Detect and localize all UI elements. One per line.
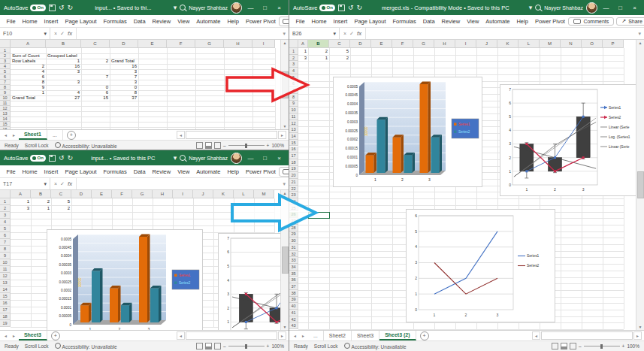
cell-C1[interactable]: 5	[329, 48, 350, 55]
namebox-dropdown-icon[interactable]: ▾	[44, 181, 47, 187]
row-header-31[interactable]: 31	[289, 244, 298, 251]
avatar[interactable]	[231, 153, 242, 164]
menu-item-automate[interactable]: Automate	[193, 168, 224, 175]
horizontal-scrollbar[interactable]	[186, 331, 277, 340]
redo-icon[interactable]: ↻	[356, 5, 362, 11]
row-header-9[interactable]: 9	[289, 101, 298, 107]
row-header-27[interactable]: 27	[289, 218, 298, 225]
row-header-12[interactable]: 12	[289, 120, 298, 127]
cell-B10[interactable]: 27	[46, 95, 81, 101]
cell-A2[interactable]: 3	[11, 205, 31, 212]
cell-B9[interactable]: 4	[46, 90, 81, 95]
row-header-8[interactable]: 8	[0, 85, 11, 90]
add-sheet-button[interactable]: +	[67, 131, 76, 140]
cell-C8[interactable]: 0	[81, 85, 110, 90]
page-break-view-icon[interactable]	[570, 343, 576, 349]
page-layout-view-icon[interactable]	[205, 142, 212, 149]
row-header-7[interactable]: 7	[289, 87, 298, 94]
zoom-in-icon[interactable]: +	[267, 143, 270, 148]
row-header-19[interactable]: 19	[0, 320, 11, 327]
share-button[interactable]: ↗Share	[616, 17, 644, 26]
title-dropdown-icon[interactable]: ▾	[174, 5, 177, 11]
row-header-2[interactable]: 2	[0, 205, 11, 212]
row-header-5[interactable]: 5	[0, 69, 11, 74]
title-dropdown-icon[interactable]: ▾	[174, 155, 177, 162]
row-header-28[interactable]: 28	[289, 225, 298, 231]
column-header-I[interactable]: I	[455, 40, 476, 48]
menu-item-power-pivot[interactable]: Power Pivot	[242, 18, 279, 25]
title-dropdown-icon[interactable]: ▾	[529, 5, 533, 11]
save-icon[interactable]	[49, 155, 56, 162]
scroll-thumb[interactable]	[282, 71, 289, 98]
menu-item-formulas[interactable]: Formulas	[100, 168, 130, 175]
menu-item-home[interactable]: Home	[19, 168, 41, 175]
row-header-9[interactable]: 9	[0, 90, 11, 95]
column-header-B[interactable]: B	[308, 40, 329, 48]
close-button[interactable]: ×	[274, 155, 285, 162]
page-break-view-icon[interactable]	[214, 343, 221, 349]
column-header-G[interactable]: G	[195, 40, 224, 48]
cell-D5[interactable]: 3	[110, 69, 138, 74]
formula-dropdown-icon[interactable]: ▾	[638, 31, 641, 37]
minimize-button[interactable]: —	[600, 5, 612, 11]
row-header-12[interactable]: 12	[0, 106, 11, 111]
maximize-button[interactable]: □	[615, 5, 626, 11]
row-header-18[interactable]: 18	[289, 159, 298, 166]
scroll-thumb[interactable]	[282, 247, 289, 274]
sheet-area[interactable]: ABCDEFGHI12345678910111213141516Sum of C…	[0, 40, 289, 129]
name-box[interactable]: T17▾	[0, 178, 50, 189]
row-header-8[interactable]: 8	[289, 94, 298, 101]
column-header-J[interactable]: J	[193, 190, 213, 198]
row-header-1[interactable]: 1	[0, 48, 11, 53]
menu-item-page-layout[interactable]: Page Layout	[351, 18, 389, 25]
add-sheet-button[interactable]: +	[420, 331, 429, 340]
menu-item-insert[interactable]: Insert	[41, 18, 62, 25]
cell-B4[interactable]: 16	[46, 64, 81, 69]
column-header-E[interactable]: E	[138, 40, 167, 48]
column-header-A[interactable]: A	[11, 190, 31, 198]
insert-function-icon[interactable]: fx	[357, 31, 361, 36]
tab-nav-left-icon[interactable]: ◄	[292, 334, 298, 338]
enter-icon[interactable]: ✓	[60, 31, 65, 37]
zoom-level[interactable]: 100%	[627, 343, 639, 349]
name-box[interactable]: F10▾	[0, 28, 50, 39]
select-all-corner[interactable]	[0, 190, 11, 198]
menu-item-data[interactable]: Data	[419, 18, 438, 25]
bar-chart-3d[interactable]: 00.000050.00010.000150.00020.000250.0003…	[333, 77, 482, 187]
row-header-13[interactable]: 13	[0, 280, 11, 286]
row-header-11[interactable]: 11	[0, 101, 11, 106]
menu-item-review[interactable]: Review	[438, 18, 464, 25]
sheet-tab-sheet2[interactable]: Sheet2	[324, 331, 352, 340]
cell-A2[interactable]: 3	[298, 55, 308, 62]
formula-dropdown-icon[interactable]: ▾	[283, 31, 286, 37]
row-header-17[interactable]: 17	[289, 153, 298, 159]
row-header-11[interactable]: 11	[289, 113, 298, 120]
cancel-icon[interactable]: ×	[343, 31, 346, 36]
tab-nav-right-icon[interactable]: ►	[300, 334, 307, 338]
column-header-C[interactable]: C	[329, 40, 350, 48]
save-icon[interactable]	[49, 5, 56, 11]
menu-item-file[interactable]: File	[3, 168, 19, 175]
column-header-B[interactable]: B	[31, 190, 51, 198]
row-header-35[interactable]: 35	[289, 271, 298, 277]
column-header-L[interactable]: L	[234, 190, 254, 198]
undo-icon[interactable]: ↺	[59, 5, 65, 11]
search-icon[interactable]	[180, 5, 186, 11]
insert-function-icon[interactable]: fx	[68, 181, 72, 186]
row-header-34[interactable]: 34	[289, 264, 298, 271]
sheet-tab--[interactable]: ...	[308, 331, 324, 340]
cell-B7[interactable]: 3	[46, 80, 81, 85]
column-header-H[interactable]: H	[434, 40, 455, 48]
column-header-F[interactable]: F	[112, 190, 132, 198]
cell-B1[interactable]: 2	[308, 48, 329, 55]
menu-item-insert[interactable]: Insert	[330, 18, 351, 25]
menu-item-power-pivot[interactable]: Power Pivot	[242, 168, 279, 175]
normal-view-icon[interactable]	[196, 142, 203, 149]
row-header-16[interactable]: 16	[289, 147, 298, 153]
name-box[interactable]: B26▾	[289, 28, 340, 39]
page-layout-view-icon[interactable]	[561, 343, 567, 349]
column-header-D[interactable]: D	[110, 40, 138, 48]
zoom-slider-knob[interactable]	[600, 344, 603, 349]
sheet-tab-sheet3[interactable]: Sheet3	[19, 331, 47, 340]
row-header-15[interactable]: 15	[0, 122, 11, 127]
